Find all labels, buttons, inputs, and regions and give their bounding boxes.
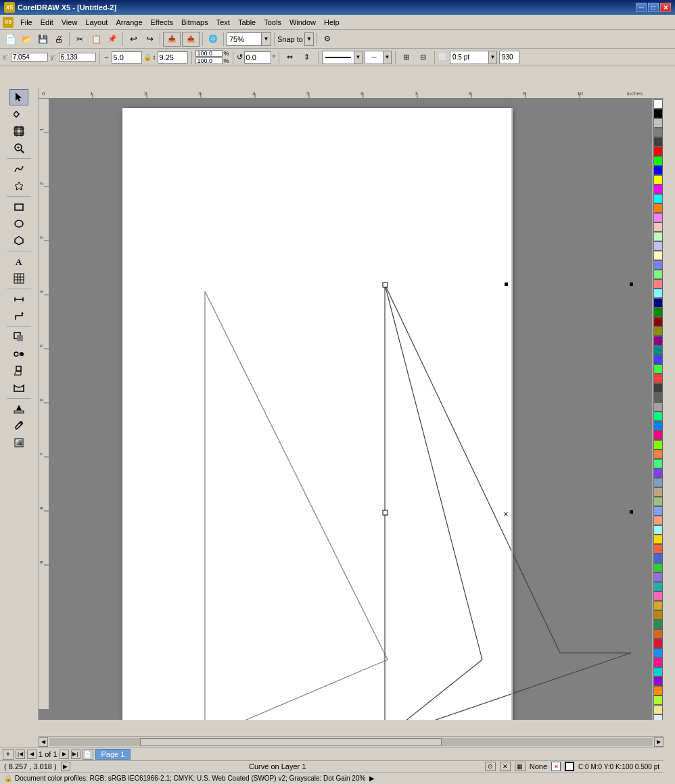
color-brightred[interactable] xyxy=(653,374,663,383)
hscroll-left-btn[interactable]: ◀ xyxy=(39,737,48,747)
menu-layout[interactable]: Layout xyxy=(81,17,112,28)
hscroll-track[interactable] xyxy=(49,738,653,746)
color-hotpink[interactable] xyxy=(653,591,663,601)
menu-arrange[interactable]: Arrange xyxy=(112,17,146,28)
crop-tool-button[interactable] xyxy=(9,123,28,139)
color-paleturq[interactable] xyxy=(653,525,663,535)
menu-view[interactable]: View xyxy=(57,17,82,28)
color-green2[interactable] xyxy=(653,270,663,279)
color-brightgreen[interactable] xyxy=(653,364,663,374)
color-yellow[interactable] xyxy=(653,175,663,185)
height-input[interactable] xyxy=(158,51,188,64)
open-button[interactable]: 📂 xyxy=(19,32,34,47)
color-lightgreen[interactable] xyxy=(653,232,663,241)
horizontal-scrollbar[interactable]: ◀ ▶ xyxy=(39,736,664,747)
dimension-tool-button[interactable] xyxy=(9,291,28,308)
connector-tool-button[interactable] xyxy=(9,308,28,324)
text-tool-button[interactable]: A xyxy=(9,253,28,270)
mirror-h-button[interactable]: ⇔ xyxy=(283,50,298,65)
menu-table[interactable]: Table xyxy=(234,17,260,28)
freehand-tool-button[interactable] xyxy=(9,161,28,177)
paste-button[interactable]: 📌 xyxy=(105,32,120,47)
color-mediumpurple[interactable] xyxy=(653,572,663,582)
import-button[interactable]: 📥 xyxy=(163,32,181,47)
color-darkorange2[interactable] xyxy=(653,686,663,695)
eyedropper-button[interactable] xyxy=(9,418,28,434)
new-button[interactable]: 📄 xyxy=(3,32,18,47)
polygon-tool-button[interactable] xyxy=(9,232,28,249)
color-dodger2[interactable] xyxy=(653,648,663,658)
undo-button[interactable]: ↩ xyxy=(126,32,141,47)
color-darkorange[interactable] xyxy=(653,449,663,459)
menu-tools[interactable]: Tools xyxy=(260,17,285,28)
publish-button[interactable]: 🌐 xyxy=(206,32,220,47)
hscroll-right-btn[interactable]: ▶ xyxy=(654,737,664,747)
cut-button[interactable]: ✂ xyxy=(72,32,87,47)
color-charcoal[interactable] xyxy=(653,383,663,393)
color-red[interactable] xyxy=(653,147,663,156)
drawing-svg[interactable]: × xyxy=(49,99,664,720)
line-end-selector[interactable]: ─ ▼ xyxy=(365,51,392,64)
color-saddlebrown[interactable] xyxy=(653,629,663,639)
arrange-button[interactable]: ⊟ xyxy=(416,50,431,65)
color-royalblue2[interactable] xyxy=(653,554,663,563)
redo-button[interactable]: ↪ xyxy=(142,32,157,47)
color-greenyellow[interactable] xyxy=(653,695,663,705)
color-dodgerblue[interactable] xyxy=(653,421,663,431)
color-darkblue[interactable] xyxy=(653,298,663,308)
stroke-width-selector[interactable]: 0.5 pt ▼ xyxy=(450,51,497,64)
color-chartreuse[interactable] xyxy=(653,440,663,449)
color-medspringgreen[interactable] xyxy=(653,459,663,468)
color-lightblue[interactable] xyxy=(653,241,663,251)
main-canvas-area[interactable]: 1 2 3 4 5 6 7 8 9 xyxy=(39,88,664,720)
width-input[interactable] xyxy=(112,51,142,64)
close-button[interactable]: ✕ xyxy=(660,3,671,12)
minimize-button[interactable]: ─ xyxy=(636,3,647,12)
menu-bitmaps[interactable]: Bitmaps xyxy=(177,17,212,28)
fill-button[interactable] xyxy=(9,401,28,417)
color-limegreen[interactable] xyxy=(653,563,663,572)
interactive-fill-button[interactable] xyxy=(9,435,28,451)
hscroll-thumb[interactable] xyxy=(140,738,442,746)
doc-profile-expand-btn[interactable]: ▶ xyxy=(369,775,375,782)
color-tan[interactable] xyxy=(653,487,663,497)
envelope-button[interactable] xyxy=(9,380,28,396)
color-darkgreen[interactable] xyxy=(653,308,663,317)
page-tab[interactable]: Page 1 xyxy=(95,749,131,760)
color-magenta[interactable] xyxy=(653,185,663,194)
color-ltgray2[interactable] xyxy=(653,402,663,412)
color-orange[interactable] xyxy=(653,203,663,213)
color-pink[interactable] xyxy=(653,213,663,222)
blend-tool-button[interactable] xyxy=(9,346,28,362)
color-lightpink[interactable] xyxy=(653,222,663,232)
status-icon-1[interactable]: ⊙ xyxy=(485,762,496,771)
menu-file[interactable]: File xyxy=(16,17,37,28)
color-darkturq[interactable] xyxy=(653,667,663,677)
color-aqua[interactable] xyxy=(653,289,663,298)
rectangle-tool-button[interactable] xyxy=(9,199,28,215)
select-tool-button[interactable] xyxy=(9,89,28,105)
print-button[interactable]: 🖨 xyxy=(51,32,66,47)
color-sage[interactable] xyxy=(653,497,663,506)
page-first-btn[interactable]: |◀ xyxy=(16,750,25,759)
color-lime[interactable] xyxy=(653,156,663,166)
table-tool-button[interactable] xyxy=(9,270,28,287)
color-deeppink[interactable] xyxy=(653,431,663,440)
copy-button[interactable]: 📋 xyxy=(89,32,103,47)
color-steelblue[interactable] xyxy=(653,478,663,487)
color-teal[interactable] xyxy=(653,345,663,355)
line-style-selector[interactable]: ▼ xyxy=(322,51,363,64)
menu-edit[interactable]: Edit xyxy=(37,17,57,28)
color-lavender[interactable] xyxy=(653,714,663,720)
zoom-dropdown-btn[interactable]: ▼ xyxy=(261,33,271,45)
status-icon-2[interactable]: ✕ xyxy=(500,762,511,771)
color-darkred[interactable] xyxy=(653,317,663,326)
curve-indicator[interactable]: ▶ xyxy=(61,762,70,771)
color-ltseagreen[interactable] xyxy=(653,582,663,591)
page-layout-btn[interactable]: 📄 xyxy=(83,749,93,760)
transform-button[interactable]: ⊞ xyxy=(399,50,414,65)
color-royalblue[interactable] xyxy=(653,355,663,364)
zoom-input[interactable] xyxy=(227,33,261,45)
color-crimson[interactable] xyxy=(653,639,663,648)
menu-help[interactable]: Help xyxy=(320,17,344,28)
